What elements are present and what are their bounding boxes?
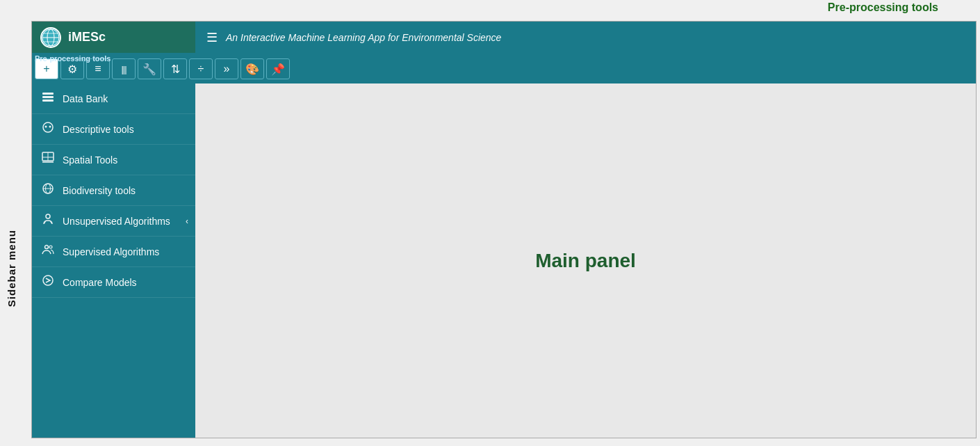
- header-subtitle: An Interactive Machine Learning App for …: [226, 32, 501, 43]
- sidebar-label-data-bank: Data Bank: [63, 93, 108, 104]
- main-panel-text: Main panel: [535, 250, 636, 272]
- biodiversity-tools-icon: [42, 182, 54, 198]
- sidebar-item-supervised-algorithms[interactable]: Supervised Algorithms: [32, 237, 195, 267]
- header: iMESc ☰ An Interactive Machine Learning …: [32, 22, 976, 53]
- sidebar-item-spatial-tools[interactable]: Spatial Tools: [32, 145, 195, 175]
- sidebar: Data Bank Descriptive tools Spatial Tool…: [32, 83, 195, 438]
- toolbar-btn-forward[interactable]: »: [215, 58, 238, 79]
- sidebar-label-compare-models: Compare Models: [63, 277, 137, 288]
- pin-icon: 📌: [271, 63, 285, 76]
- svg-point-8: [43, 122, 53, 132]
- app-title: iMESc: [68, 30, 106, 45]
- toolbar-btn-columns[interactable]: |||: [112, 58, 136, 79]
- svg-point-10: [49, 126, 51, 128]
- sidebar-item-compare-models[interactable]: Compare Models: [32, 267, 195, 298]
- compare-models-icon: [42, 274, 54, 290]
- main-panel: Main panel: [195, 83, 976, 438]
- svg-point-18: [46, 214, 50, 218]
- forward-icon: »: [224, 63, 230, 75]
- supervised-algorithms-icon: [42, 244, 54, 260]
- wrench-icon: 🔧: [142, 63, 156, 76]
- toolbar-btn-divide[interactable]: ÷: [189, 58, 213, 79]
- toolbar: Pre-processing tools + ⚙ ≡ ||| 🔧 ⇅ ÷: [32, 53, 976, 83]
- sidebar-label-unsupervised-algorithms: Unsupervised Algorithms: [63, 216, 170, 227]
- sidebar-label-supervised-algorithms: Supervised Algorithms: [63, 246, 159, 257]
- sidebar-item-descriptive-tools[interactable]: Descriptive tools: [32, 114, 195, 145]
- svg-point-22: [49, 246, 52, 248]
- unsupervised-arrow-icon: ‹: [186, 216, 188, 226]
- svg-point-9: [45, 126, 47, 128]
- svg-rect-5: [42, 93, 54, 95]
- sidebar-item-data-bank[interactable]: Data Bank: [32, 83, 195, 114]
- list-icon: ≡: [95, 63, 101, 75]
- settings-icon: ⚙: [67, 63, 77, 76]
- descriptive-tools-icon: [42, 121, 54, 137]
- sidebar-item-unsupervised-algorithms[interactable]: Unsupervised Algorithms ‹: [32, 206, 195, 237]
- toolbar-btn-pin[interactable]: 📌: [266, 58, 290, 79]
- body-area: Data Bank Descriptive tools Spatial Tool…: [32, 83, 976, 438]
- data-bank-icon: [42, 90, 54, 106]
- sidebar-item-biodiversity-tools[interactable]: Biodiversity tools: [32, 175, 195, 206]
- divide-icon: ÷: [198, 63, 204, 75]
- hamburger-icon[interactable]: ☰: [206, 30, 218, 45]
- columns-icon: |||: [121, 64, 126, 74]
- svg-rect-7: [42, 99, 54, 102]
- svg-rect-6: [42, 96, 54, 98]
- logo-globe: [40, 27, 61, 48]
- sidebar-menu-label: Sidebar menu: [6, 230, 17, 307]
- sort-icon: ⇅: [171, 63, 180, 76]
- toolbar-btn-palette[interactable]: 🎨: [240, 58, 264, 79]
- toolbar-btn-wrench[interactable]: 🔧: [138, 58, 161, 79]
- spatial-tools-icon: [42, 152, 54, 168]
- svg-point-23: [43, 276, 53, 285]
- palette-icon: 🎨: [245, 63, 259, 76]
- header-menu-area: ☰ An Interactive Machine Learning App fo…: [195, 30, 976, 45]
- sidebar-label-biodiversity-tools: Biodiversity tools: [63, 185, 136, 196]
- unsupervised-algorithms-icon: [42, 213, 54, 229]
- sidebar-label-descriptive-tools: Descriptive tools: [63, 124, 134, 135]
- preproc-title-label: Pre-processing tools: [828, 1, 938, 14]
- logo-area: iMESc: [32, 22, 195, 53]
- app-container: iMESc ☰ An Interactive Machine Learning …: [31, 21, 977, 438]
- toolbar-btn-sort[interactable]: ⇅: [163, 58, 187, 79]
- svg-point-21: [45, 246, 49, 249]
- sidebar-label-spatial-tools: Spatial Tools: [63, 154, 117, 166]
- toolbar-label: Pre-processing tools: [35, 54, 111, 63]
- add-icon: +: [43, 63, 49, 75]
